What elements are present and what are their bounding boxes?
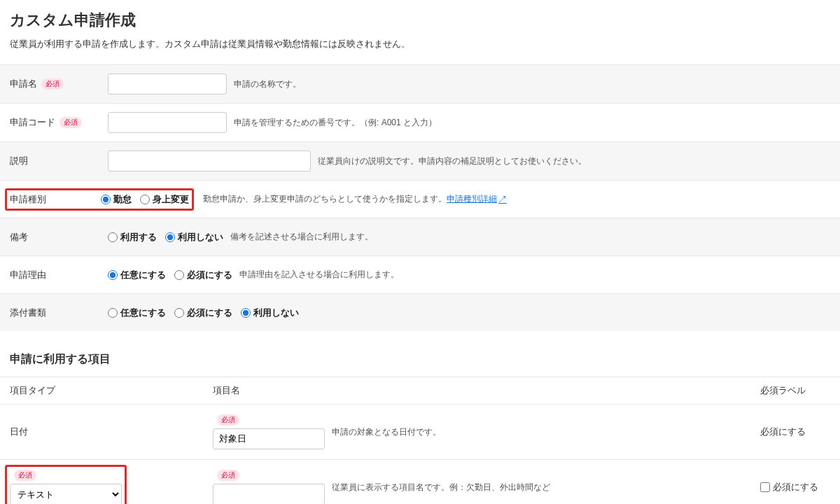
items-columns-header: 項目タイプ 項目名 必須ラベル [0, 377, 840, 405]
radio-attach-notuse[interactable]: 利用しない [241, 307, 299, 319]
label-attachment: 添付書類 [10, 307, 46, 319]
badge-required: 必須 [41, 78, 64, 90]
radio-remarks-use[interactable]: 利用する [108, 231, 157, 244]
label-app-code: 申請コード [10, 116, 55, 129]
label-description: 説明 [10, 155, 28, 167]
radio-app-type-shinjo[interactable]: 身上変更 [140, 193, 189, 206]
radio-attach-optional[interactable]: 任意にする [108, 307, 166, 319]
item-req-label-date: 必須にする [760, 426, 806, 438]
radio-input-attach-notuse[interactable] [241, 308, 251, 318]
col-header-req: 必須ラベル [760, 384, 830, 397]
badge-required: 必須 [217, 414, 239, 426]
hint-app-type: 勤怠申請か、身上変更申請のどちらとして使うかを指定します。 [203, 193, 447, 205]
input-app-code[interactable] [108, 112, 227, 133]
input-app-name[interactable] [108, 74, 227, 94]
radio-input-reason-required[interactable] [174, 270, 184, 280]
radio-reason-optional[interactable]: 任意にする [108, 269, 166, 281]
page-title: カスタム申請作成 [0, 0, 840, 38]
hint-description: 従業員向けの説明文です。申請内容の補足説明としてお使いください。 [318, 155, 587, 167]
hint-item-text: 従業員に表示する項目名です。例：欠勤日、外出時間など [332, 482, 550, 493]
col-header-type: 項目タイプ [10, 384, 213, 397]
row-reason: 申請理由 任意にする 必須にする 申請理由を記入させる場合に利用します。 [0, 255, 840, 293]
hint-reason: 申請理由を記入させる場合に利用します。 [239, 269, 399, 281]
external-link-icon: 🡕 [498, 195, 507, 204]
input-item-name-date[interactable] [213, 428, 325, 449]
row-remarks: 備考 利用する 利用しない 備考を記述させる場合に利用します。 [0, 218, 840, 255]
row-attachment: 添付書類 任意にする 必須にする 利用しない [0, 293, 840, 331]
label-reason: 申請理由 [10, 269, 46, 281]
radio-input-reason-optional[interactable] [108, 270, 118, 280]
badge-required: 必須 [14, 470, 36, 481]
hint-remarks: 備考を記述させる場合に利用します。 [230, 231, 373, 243]
input-item-name-text[interactable] [213, 484, 325, 504]
input-description[interactable] [108, 150, 311, 172]
col-header-name: 項目名 [213, 384, 760, 397]
badge-required: 必須 [59, 117, 82, 128]
label-remarks: 備考 [10, 231, 28, 244]
hint-app-name: 申請の名称です。 [234, 78, 301, 90]
section-items-title: 申請に利用する項目 [0, 331, 840, 377]
page-description: 従業員が利用する申請を作成します。カスタム申請は従業員情報や勤怠情報には反映され… [0, 38, 840, 64]
radio-remarks-notuse[interactable]: 利用しない [165, 231, 223, 244]
radio-input-kintai[interactable] [101, 195, 111, 204]
label-app-name: 申請名 [10, 78, 37, 90]
radio-input-attach-optional[interactable] [108, 308, 118, 318]
radio-app-type-kintai[interactable]: 勤怠 [101, 193, 132, 206]
row-description: 説明 従業員向けの説明文です。申請内容の補足説明としてお使いください。 [0, 141, 840, 180]
badge-required: 必須 [217, 470, 239, 481]
item-row-date: 日付 必須 申請の対象となる日付です。 必須にする [0, 405, 840, 460]
radio-input-shinjo[interactable] [140, 195, 150, 204]
item-type-date: 日付 [10, 426, 28, 438]
link-app-type-detail[interactable]: 申請種別詳細 🡕 [447, 193, 507, 205]
radio-attach-required[interactable]: 必須にする [174, 307, 232, 319]
radio-input-remarks-notuse[interactable] [165, 232, 175, 242]
select-item-type[interactable]: テキスト [10, 484, 122, 504]
radio-input-remarks-use[interactable] [108, 232, 118, 242]
hint-app-code: 申請を管理するための番号です。（例: A001 と入力） [234, 117, 437, 129]
label-app-type: 申請種別 [10, 193, 46, 206]
item-row-text: 必須 テキスト 必須 従業員に表示する項目名です。例：欠勤日、外出時間など 必須… [0, 460, 840, 504]
row-app-name: 申請名 必須 申請の名称です。 [0, 64, 840, 103]
radio-input-attach-required[interactable] [174, 308, 184, 318]
row-app-type: 申請種別 勤怠 身上変更 勤怠申請か、身上変更申請のどちらとして使うかを指定しま… [0, 180, 840, 218]
row-app-code: 申請コード 必須 申請を管理するための番号です。（例: A001 と入力） [0, 103, 840, 141]
hint-item-date: 申請の対象となる日付です。 [332, 426, 441, 438]
radio-reason-required[interactable]: 必須にする [174, 269, 232, 281]
item-req-label-text: 必須にする [773, 481, 818, 493]
checkbox-item-required[interactable] [760, 482, 770, 492]
